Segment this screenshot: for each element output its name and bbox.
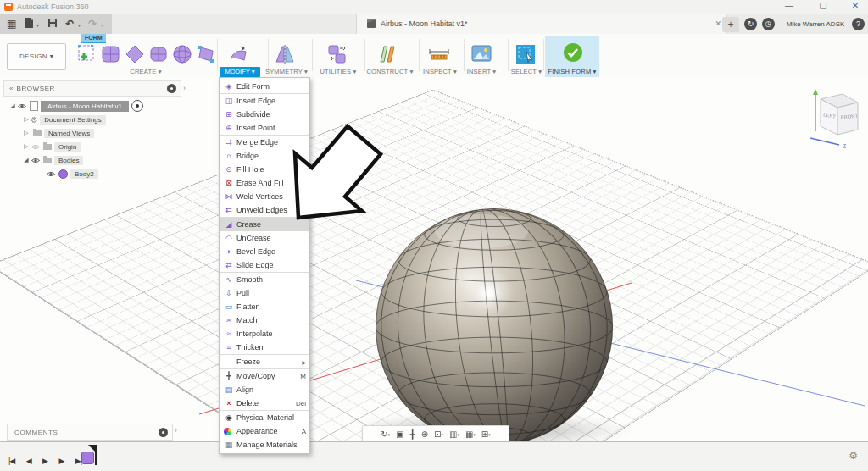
tree-row-body2[interactable]: Body2 xyxy=(3,167,181,180)
browser-header[interactable]: « BROWSER xyxy=(3,80,181,97)
inspect-group-label[interactable]: INSPECT ▾ xyxy=(419,68,461,75)
menu-item-subdivide[interactable]: ⊞Subdivide xyxy=(220,108,309,121)
insert-group-label[interactable]: INSERT ▾ xyxy=(462,68,501,75)
browser-resize-handle[interactable]: › xyxy=(183,84,186,92)
create-sphere-icon[interactable] xyxy=(171,42,193,66)
comments-resize-handle[interactable]: › xyxy=(175,426,177,435)
view-cube[interactable]: LEFT FRONT Z xyxy=(805,82,865,150)
maximize-button[interactable]: ▢ xyxy=(812,1,834,10)
expanded-triangle-icon[interactable]: ◢ xyxy=(22,157,31,163)
tree-row-bodies[interactable]: ◢ Bodies xyxy=(3,153,181,167)
tree-root-row[interactable]: ◢ Airbus - Moon Habitat v1 xyxy=(3,99,181,113)
construct-icon[interactable] xyxy=(376,42,398,66)
menu-item-edit-form[interactable]: ◈Edit Form xyxy=(220,80,309,93)
tree-row-document-settings[interactable]: ▷ ⚙ Document Settings xyxy=(3,113,181,126)
user-account-button[interactable]: Mike Warren ADSK xyxy=(780,20,851,28)
close-button[interactable]: ✕ xyxy=(844,1,866,10)
menu-item-bevel-edge[interactable]: ◗Bevel Edge xyxy=(220,245,309,258)
visibility-eye-icon[interactable] xyxy=(31,157,41,164)
menu-item-move-copy[interactable]: ╋Move/CopyM xyxy=(220,368,309,383)
menu-item-smooth[interactable]: ∿Smooth xyxy=(220,272,309,286)
create-plane-icon[interactable] xyxy=(124,42,146,66)
construct-group-label[interactable]: CONSTRUCT ▾ xyxy=(363,68,417,75)
menu-item-flatten[interactable]: ▭Flatten xyxy=(220,300,309,313)
workspace-selector[interactable]: DESIGN ▾ xyxy=(7,43,66,70)
file-icon[interactable] xyxy=(25,17,34,29)
fit-icon[interactable]: ⊡▾ xyxy=(434,427,443,441)
collapsed-triangle-icon[interactable]: ▷ xyxy=(22,116,31,123)
collapsed-triangle-icon[interactable]: ▷ xyxy=(22,143,31,150)
redo-caret-icon[interactable]: ▾ xyxy=(101,22,103,28)
recent-activity-icon[interactable]: ◷ xyxy=(762,18,775,30)
create-cylinder-icon[interactable] xyxy=(147,42,170,66)
pan-icon[interactable]: ╂ xyxy=(410,427,415,441)
document-tab[interactable]: Airbus - Moon Habitat v1* ✕ xyxy=(356,14,727,34)
visibility-eye-icon[interactable] xyxy=(31,143,41,151)
utilities-icon[interactable] xyxy=(326,42,348,66)
step-forward-button[interactable]: ▶ xyxy=(58,457,64,465)
undo-caret-icon[interactable]: ▾ xyxy=(78,22,81,28)
menu-item-pull[interactable]: ⇩Pull xyxy=(220,286,309,300)
settings-gear-icon[interactable]: ⚙ xyxy=(849,450,858,462)
create-group-label[interactable]: CREATE ▾ xyxy=(78,68,214,75)
expanded-triangle-icon[interactable]: ◢ xyxy=(8,103,17,109)
menu-item-unweld-edges[interactable]: ⇇UnWeld Edges xyxy=(220,203,309,217)
select-group-label[interactable]: SELECT ▾ xyxy=(507,68,546,75)
app-grid-icon[interactable]: ▦ xyxy=(7,18,16,30)
activate-component-icon[interactable] xyxy=(131,100,143,112)
save-icon[interactable] xyxy=(47,18,58,28)
menu-item-slide-edge[interactable]: ⇄Slide Edge xyxy=(220,258,309,272)
file-caret-icon[interactable]: ▾ xyxy=(36,22,39,28)
menu-item-interpolate[interactable]: ≈Interpolate xyxy=(220,327,309,341)
modify-edit-form-icon[interactable] xyxy=(227,42,249,66)
menu-item-erase-and-fill[interactable]: ⊠Erase And Fill xyxy=(220,176,309,190)
tree-row-origin[interactable]: ▷ Origin xyxy=(3,140,181,153)
menu-item-insert-point[interactable]: ⊕Insert Point xyxy=(220,121,309,135)
finish-form-button[interactable]: FINISH FORM ▾ xyxy=(545,36,599,77)
symmetry-icon[interactable] xyxy=(273,42,295,66)
extensions-icon[interactable]: ↻ xyxy=(744,18,757,30)
step-back-button[interactable]: ◀ xyxy=(26,457,31,465)
menu-item-fill-hole[interactable]: ⊙Fill Hole xyxy=(220,163,309,176)
display-settings-icon[interactable]: ▥▾ xyxy=(449,427,459,441)
utilities-group-label[interactable]: UTILITIES ▾ xyxy=(315,68,361,75)
menu-item-appearance[interactable]: AppearanceA xyxy=(220,424,309,438)
tspline-sphere-body[interactable] xyxy=(373,206,615,441)
tree-node-label[interactable]: Origin xyxy=(54,142,81,152)
new-tab-button[interactable]: + xyxy=(722,17,739,32)
create-box-icon[interactable] xyxy=(100,42,122,66)
visibility-eye-icon[interactable] xyxy=(46,170,56,178)
tree-row-named-views[interactable]: ▷ Named Views xyxy=(3,126,181,140)
menu-item-match[interactable]: ≍Match xyxy=(220,313,309,327)
undo-icon[interactable]: ↶ xyxy=(65,18,74,30)
orbit-icon[interactable]: ↻▾ xyxy=(381,427,390,441)
root-node-label[interactable]: Airbus - Moon Habitat v1 xyxy=(41,101,129,112)
tree-node-label[interactable]: Named Views xyxy=(44,129,94,138)
menu-item-bridge[interactable]: ∩Bridge xyxy=(220,149,309,163)
viewports-icon[interactable]: ⊞▾ xyxy=(481,427,491,441)
menu-item-crease[interactable]: ◢Crease xyxy=(220,217,309,231)
visibility-eye-icon[interactable] xyxy=(17,103,27,110)
collapse-panel-icon[interactable]: « xyxy=(9,85,13,92)
timeline-marker-pole[interactable] xyxy=(95,445,97,465)
menu-item-insert-edge[interactable]: ◫Insert Edge xyxy=(220,93,309,108)
grid-settings-icon[interactable]: ▦▾ xyxy=(465,427,476,441)
select-icon[interactable] xyxy=(515,42,537,66)
tab-close-icon[interactable]: ✕ xyxy=(715,19,721,28)
menu-item-thicken[interactable]: ≡Thicken xyxy=(220,341,309,354)
menu-item-manage-materials[interactable]: ▦Manage Materials xyxy=(220,438,309,452)
menu-item-physical-material[interactable]: ◉Physical Material xyxy=(220,410,309,424)
minimize-button[interactable]: — xyxy=(778,1,800,10)
skip-to-start-button[interactable]: |◀ xyxy=(8,457,14,465)
insert-icon[interactable] xyxy=(470,42,492,66)
tree-node-label[interactable]: Bodies xyxy=(54,156,83,165)
create-form-icon[interactable] xyxy=(76,42,98,66)
play-button[interactable]: ▶ xyxy=(42,457,47,465)
menu-item-weld-vertices[interactable]: ⋈Weld Vertices xyxy=(220,190,309,203)
help-icon[interactable]: ? xyxy=(852,18,865,30)
menu-item-freeze[interactable]: Freeze▶ xyxy=(220,354,309,368)
menu-item-merge-edge[interactable]: ⇉Merge Edge xyxy=(220,135,309,149)
comments-panel[interactable]: COMMENTS xyxy=(7,424,173,441)
modify-group-label[interactable]: MODIFY ▾ xyxy=(220,67,260,77)
menu-item-uncrease[interactable]: ◠UnCrease xyxy=(220,231,309,245)
